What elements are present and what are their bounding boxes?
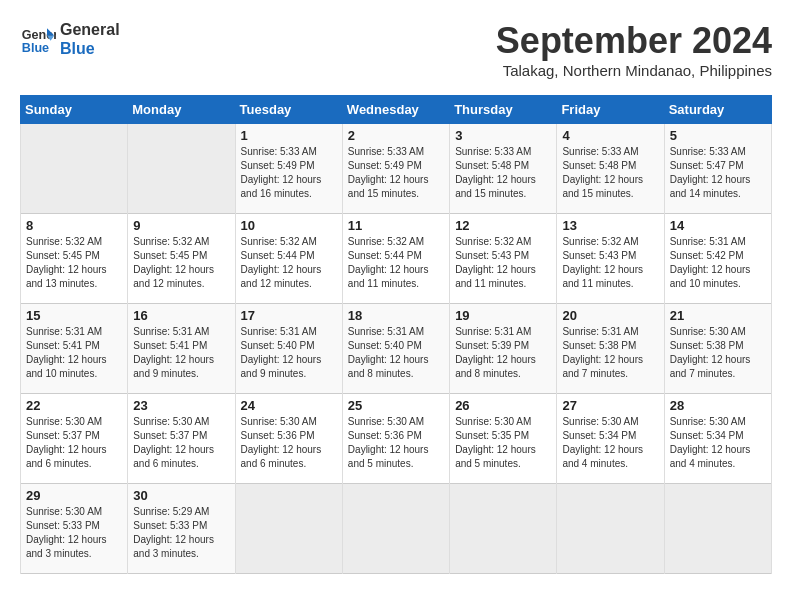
day-number: 22 — [26, 398, 122, 413]
day-info: Sunrise: 5:32 AMSunset: 5:45 PMDaylight:… — [133, 235, 229, 291]
day-info: Sunrise: 5:30 AMSunset: 5:33 PMDaylight:… — [26, 505, 122, 561]
calendar-cell: 27Sunrise: 5:30 AMSunset: 5:34 PMDayligh… — [557, 394, 664, 484]
calendar-cell: 17Sunrise: 5:31 AMSunset: 5:40 PMDayligh… — [235, 304, 342, 394]
day-number: 16 — [133, 308, 229, 323]
calendar-cell: 14Sunrise: 5:31 AMSunset: 5:42 PMDayligh… — [664, 214, 771, 304]
calendar-cell: 16Sunrise: 5:31 AMSunset: 5:41 PMDayligh… — [128, 304, 235, 394]
day-info: Sunrise: 5:33 AMSunset: 5:48 PMDaylight:… — [455, 145, 551, 201]
day-number: 2 — [348, 128, 444, 143]
day-info: Sunrise: 5:30 AMSunset: 5:38 PMDaylight:… — [670, 325, 766, 381]
day-info: Sunrise: 5:31 AMSunset: 5:41 PMDaylight:… — [133, 325, 229, 381]
month-title: September 2024 — [496, 20, 772, 62]
day-info: Sunrise: 5:30 AMSunset: 5:36 PMDaylight:… — [348, 415, 444, 471]
title-section: September 2024 Talakag, Northern Mindana… — [496, 20, 772, 79]
calendar-header-row: SundayMondayTuesdayWednesdayThursdayFrid… — [21, 96, 772, 124]
calendar-cell: 15Sunrise: 5:31 AMSunset: 5:41 PMDayligh… — [21, 304, 128, 394]
calendar-cell: 30Sunrise: 5:29 AMSunset: 5:33 PMDayligh… — [128, 484, 235, 574]
day-info: Sunrise: 5:32 AMSunset: 5:44 PMDaylight:… — [348, 235, 444, 291]
logo: General Blue General Blue — [20, 20, 120, 58]
svg-text:Blue: Blue — [22, 41, 49, 55]
page-header: General Blue General Blue September 2024… — [20, 20, 772, 79]
day-info: Sunrise: 5:32 AMSunset: 5:45 PMDaylight:… — [26, 235, 122, 291]
day-number: 29 — [26, 488, 122, 503]
day-number: 15 — [26, 308, 122, 323]
calendar-cell — [342, 484, 449, 574]
day-number: 11 — [348, 218, 444, 233]
day-number: 18 — [348, 308, 444, 323]
calendar-cell: 19Sunrise: 5:31 AMSunset: 5:39 PMDayligh… — [450, 304, 557, 394]
day-number: 25 — [348, 398, 444, 413]
day-number: 20 — [562, 308, 658, 323]
day-info: Sunrise: 5:31 AMSunset: 5:38 PMDaylight:… — [562, 325, 658, 381]
header-saturday: Saturday — [664, 96, 771, 124]
day-info: Sunrise: 5:31 AMSunset: 5:41 PMDaylight:… — [26, 325, 122, 381]
day-info: Sunrise: 5:33 AMSunset: 5:49 PMDaylight:… — [241, 145, 337, 201]
day-number: 21 — [670, 308, 766, 323]
calendar-cell: 3Sunrise: 5:33 AMSunset: 5:48 PMDaylight… — [450, 124, 557, 214]
header-tuesday: Tuesday — [235, 96, 342, 124]
week-row-1: 1Sunrise: 5:33 AMSunset: 5:49 PMDaylight… — [21, 124, 772, 214]
calendar-cell: 20Sunrise: 5:31 AMSunset: 5:38 PMDayligh… — [557, 304, 664, 394]
calendar-cell: 8Sunrise: 5:32 AMSunset: 5:45 PMDaylight… — [21, 214, 128, 304]
day-number: 9 — [133, 218, 229, 233]
calendar-cell: 21Sunrise: 5:30 AMSunset: 5:38 PMDayligh… — [664, 304, 771, 394]
calendar-cell: 11Sunrise: 5:32 AMSunset: 5:44 PMDayligh… — [342, 214, 449, 304]
day-info: Sunrise: 5:31 AMSunset: 5:39 PMDaylight:… — [455, 325, 551, 381]
week-row-2: 8Sunrise: 5:32 AMSunset: 5:45 PMDaylight… — [21, 214, 772, 304]
calendar-cell: 12Sunrise: 5:32 AMSunset: 5:43 PMDayligh… — [450, 214, 557, 304]
day-info: Sunrise: 5:30 AMSunset: 5:35 PMDaylight:… — [455, 415, 551, 471]
logo-icon: General Blue — [20, 21, 56, 57]
day-info: Sunrise: 5:31 AMSunset: 5:40 PMDaylight:… — [348, 325, 444, 381]
day-number: 24 — [241, 398, 337, 413]
calendar-cell — [450, 484, 557, 574]
logo-text: General — [60, 20, 120, 39]
calendar-table: SundayMondayTuesdayWednesdayThursdayFrid… — [20, 95, 772, 574]
location-title: Talakag, Northern Mindanao, Philippines — [496, 62, 772, 79]
day-number: 14 — [670, 218, 766, 233]
calendar-cell: 22Sunrise: 5:30 AMSunset: 5:37 PMDayligh… — [21, 394, 128, 484]
calendar-cell: 2Sunrise: 5:33 AMSunset: 5:49 PMDaylight… — [342, 124, 449, 214]
day-info: Sunrise: 5:31 AMSunset: 5:40 PMDaylight:… — [241, 325, 337, 381]
calendar-cell: 26Sunrise: 5:30 AMSunset: 5:35 PMDayligh… — [450, 394, 557, 484]
calendar-cell: 29Sunrise: 5:30 AMSunset: 5:33 PMDayligh… — [21, 484, 128, 574]
day-number: 5 — [670, 128, 766, 143]
day-info: Sunrise: 5:33 AMSunset: 5:49 PMDaylight:… — [348, 145, 444, 201]
day-number: 27 — [562, 398, 658, 413]
week-row-4: 22Sunrise: 5:30 AMSunset: 5:37 PMDayligh… — [21, 394, 772, 484]
calendar-cell: 25Sunrise: 5:30 AMSunset: 5:36 PMDayligh… — [342, 394, 449, 484]
day-number: 12 — [455, 218, 551, 233]
calendar-cell: 5Sunrise: 5:33 AMSunset: 5:47 PMDaylight… — [664, 124, 771, 214]
calendar-cell: 23Sunrise: 5:30 AMSunset: 5:37 PMDayligh… — [128, 394, 235, 484]
day-info: Sunrise: 5:30 AMSunset: 5:37 PMDaylight:… — [26, 415, 122, 471]
day-info: Sunrise: 5:33 AMSunset: 5:47 PMDaylight:… — [670, 145, 766, 201]
day-number: 30 — [133, 488, 229, 503]
day-info: Sunrise: 5:33 AMSunset: 5:48 PMDaylight:… — [562, 145, 658, 201]
calendar-cell: 18Sunrise: 5:31 AMSunset: 5:40 PMDayligh… — [342, 304, 449, 394]
day-info: Sunrise: 5:30 AMSunset: 5:34 PMDaylight:… — [562, 415, 658, 471]
header-sunday: Sunday — [21, 96, 128, 124]
calendar-cell: 10Sunrise: 5:32 AMSunset: 5:44 PMDayligh… — [235, 214, 342, 304]
day-number: 23 — [133, 398, 229, 413]
day-info: Sunrise: 5:32 AMSunset: 5:43 PMDaylight:… — [562, 235, 658, 291]
day-number: 28 — [670, 398, 766, 413]
calendar-cell: 13Sunrise: 5:32 AMSunset: 5:43 PMDayligh… — [557, 214, 664, 304]
day-info: Sunrise: 5:30 AMSunset: 5:34 PMDaylight:… — [670, 415, 766, 471]
week-row-5: 29Sunrise: 5:30 AMSunset: 5:33 PMDayligh… — [21, 484, 772, 574]
header-thursday: Thursday — [450, 96, 557, 124]
day-number: 1 — [241, 128, 337, 143]
week-row-3: 15Sunrise: 5:31 AMSunset: 5:41 PMDayligh… — [21, 304, 772, 394]
calendar-cell — [664, 484, 771, 574]
day-number: 26 — [455, 398, 551, 413]
day-number: 4 — [562, 128, 658, 143]
header-wednesday: Wednesday — [342, 96, 449, 124]
calendar-cell — [21, 124, 128, 214]
logo-subtext: Blue — [60, 39, 120, 58]
day-number: 3 — [455, 128, 551, 143]
day-info: Sunrise: 5:30 AMSunset: 5:36 PMDaylight:… — [241, 415, 337, 471]
day-info: Sunrise: 5:29 AMSunset: 5:33 PMDaylight:… — [133, 505, 229, 561]
day-number: 17 — [241, 308, 337, 323]
header-monday: Monday — [128, 96, 235, 124]
day-number: 13 — [562, 218, 658, 233]
header-friday: Friday — [557, 96, 664, 124]
day-number: 8 — [26, 218, 122, 233]
